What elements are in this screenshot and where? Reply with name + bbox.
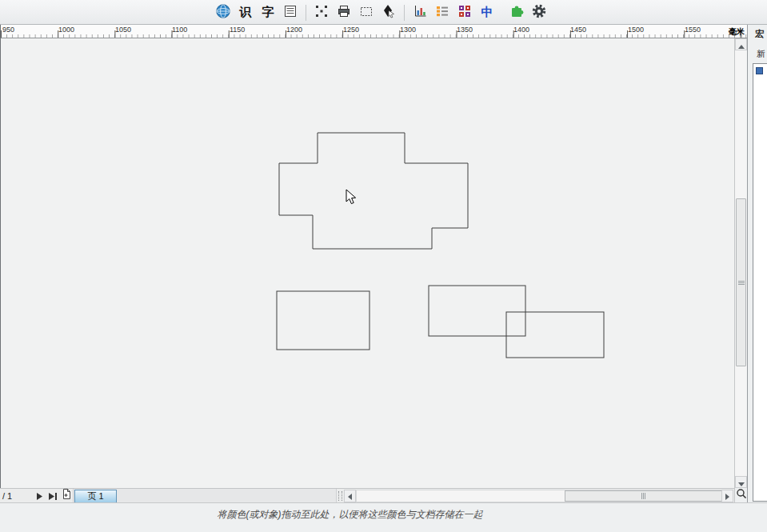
ruler-tick-label: 1100 <box>172 26 187 34</box>
list-icon <box>283 4 298 22</box>
status-hint-text: 将颜色(或对象)拖动至此处，以便将这些颜色与文档存储在一起 <box>0 508 700 522</box>
ruler-tick-label: 1250 <box>343 26 359 34</box>
diamond-cursor-icon <box>382 4 396 22</box>
magnifier-icon <box>736 488 747 502</box>
ocr-zi-label: 字 <box>262 5 274 20</box>
page-tab-label: 页 1 <box>87 490 103 502</box>
chart-icon <box>413 4 427 22</box>
toolbar-icon-row: 识 字 中 <box>213 2 549 23</box>
next-page-button[interactable] <box>34 490 46 502</box>
zhong-button[interactable]: 中 <box>477 2 497 23</box>
nodes-button[interactable] <box>311 2 332 23</box>
scroll-down-button[interactable] <box>735 476 747 488</box>
triangle-up-icon <box>738 38 745 52</box>
ruler-tick-label: 1050 <box>115 26 131 34</box>
qr-grid-icon <box>457 4 472 22</box>
macro-project-list[interactable] <box>753 63 767 502</box>
green-puzzle-icon <box>509 3 525 22</box>
thumb-grip <box>738 282 745 283</box>
ruler-tick-label: 1550 <box>685 26 701 34</box>
ruler-tick-label: 1150 <box>230 26 245 34</box>
ruler-tick-label: 1000 <box>58 26 74 34</box>
toolbar-separator <box>404 5 405 21</box>
last-page-icon <box>49 489 58 503</box>
vertical-scrollbar[interactable] <box>734 38 747 488</box>
globe-button[interactable] <box>213 2 234 23</box>
ruler-tick-label: 950 <box>2 26 14 34</box>
chart-button[interactable] <box>409 2 430 23</box>
ocr-zi-button[interactable]: 字 <box>258 2 278 23</box>
docker-tab-macro[interactable]: 宏 <box>755 28 764 40</box>
ocr-shi-button[interactable]: 识 <box>235 2 256 23</box>
page-navigation-bar: / 1 页 1 <box>0 488 734 502</box>
status-bar: 将颜色(或对象)拖动至此处，以便将这些颜色与文档存储在一起 <box>0 502 767 532</box>
docker-new-button[interactable]: 新 <box>757 48 765 60</box>
ruler-tick-label: 1200 <box>286 26 302 34</box>
window-left-edge <box>0 25 1 502</box>
ruler-tick-label: 1300 <box>400 26 416 34</box>
orange-list-icon <box>435 4 449 22</box>
qr-grid-button[interactable] <box>454 2 475 23</box>
ruler-tick-label: 1350 <box>457 26 473 34</box>
gear-icon <box>531 3 547 22</box>
triangle-left-icon <box>348 489 352 503</box>
marquee-button[interactable] <box>356 2 377 23</box>
page-tab-strip: 页 1 <box>73 489 337 503</box>
triangle-down-icon <box>738 475 745 490</box>
scroll-up-button[interactable] <box>735 38 747 50</box>
globe-icon <box>215 3 231 22</box>
last-page-button[interactable] <box>47 490 59 502</box>
tabstrip-splitter-handle[interactable] <box>338 491 342 501</box>
main-toolbar: 识 字 中 <box>0 0 767 25</box>
pick-tool-button[interactable] <box>378 2 399 23</box>
orange-list-button[interactable] <box>432 2 453 23</box>
printer-icon <box>337 4 351 22</box>
horizontal-ruler: 950 1000 1050 1100 1150 1200 1250 1300 1… <box>0 25 747 38</box>
print-button[interactable] <box>334 2 354 23</box>
drawing-canvas[interactable] <box>0 38 734 488</box>
next-page-icon <box>36 489 43 503</box>
horizontal-scroll-thumb[interactable] <box>565 490 722 502</box>
ocr-shi-label: 识 <box>240 5 252 20</box>
toolbar-separator <box>306 5 306 21</box>
list-button[interactable] <box>280 2 301 23</box>
plugin-button[interactable] <box>506 2 527 23</box>
page-tab-1[interactable]: 页 1 <box>74 490 117 503</box>
add-page-button[interactable] <box>61 490 73 502</box>
nodes-icon <box>314 4 329 22</box>
zhong-label: 中 <box>481 5 493 20</box>
vertical-scroll-thumb[interactable] <box>736 198 746 366</box>
add-page-icon <box>62 488 72 503</box>
settings-button[interactable] <box>529 2 549 23</box>
ruler-tick-label: 1500 <box>628 26 644 34</box>
triangle-right-icon <box>725 489 729 503</box>
mouse-cursor <box>346 189 357 206</box>
ruler-tick-label: 1400 <box>513 26 529 34</box>
scroll-right-button[interactable] <box>721 490 733 502</box>
thumb-grip <box>643 493 644 499</box>
macro-project-icon <box>756 67 763 74</box>
marquee-icon <box>359 4 374 22</box>
scroll-left-button[interactable] <box>344 490 356 502</box>
zoom-tool-button[interactable] <box>734 488 747 502</box>
macro-docker-panel: 宏 新 <box>747 25 767 502</box>
ruler-tick-label: 1450 <box>570 26 586 34</box>
ruler-unit-label: 毫米 <box>729 26 745 38</box>
page-indicator: / 1 <box>2 491 12 501</box>
